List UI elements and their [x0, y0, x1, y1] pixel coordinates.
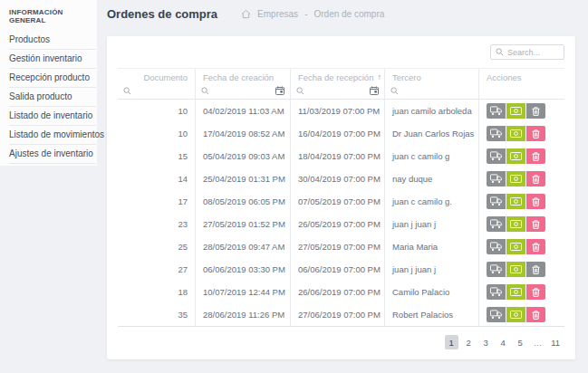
column-header-documento[interactable]: Documento: [118, 69, 195, 84]
cell-fecha-recepcion: 27/05/2019 07:00 PM: [290, 235, 384, 258]
action-button-group: [487, 148, 545, 164]
pagination-page[interactable]: 11: [548, 335, 563, 349]
truck-icon: [490, 242, 502, 252]
cell-fecha-recepcion: 30/04/2019 07:00 PM: [290, 167, 384, 190]
receive-truck-button[interactable]: [487, 262, 506, 277]
search-input[interactable]: [507, 48, 559, 57]
column-header-fecha-creacion[interactable]: Fecha de creación: [195, 69, 290, 84]
sidebar-item[interactable]: Productos: [9, 31, 96, 50]
cell-tercero: Camilo Palacio: [384, 281, 478, 303]
cell-acciones: [478, 235, 564, 258]
receive-truck-button[interactable]: [487, 194, 506, 209]
receive-truck-button[interactable]: [487, 216, 506, 232]
filter-fecha-recepcion[interactable]: [290, 84, 384, 100]
table-row: 10 17/04/2019 08:52 AM 16/04/2019 07:00 …: [118, 122, 564, 145]
payment-button[interactable]: [506, 262, 525, 277]
money-icon: [510, 288, 522, 296]
calendar-icon[interactable]: [275, 86, 284, 95]
sidebar-item[interactable]: Listado de movimientos: [9, 126, 96, 145]
delete-button[interactable]: [526, 148, 545, 164]
cell-tercero: juan j juan j: [384, 258, 478, 281]
payment-button[interactable]: [506, 148, 525, 164]
cell-fecha-creacion: 28/06/2019 11:26 PM: [195, 303, 290, 326]
search-icon: [201, 87, 209, 95]
truck-icon: [490, 287, 502, 297]
cell-acciones: [478, 167, 564, 190]
receive-truck-button[interactable]: [487, 307, 506, 322]
sidebar-item[interactable]: Salida producto: [9, 88, 96, 107]
cell-fecha-creacion: 17/04/2019 08:52 AM: [195, 122, 290, 145]
pagination-page: …: [531, 335, 545, 349]
filter-tercero[interactable]: [384, 84, 478, 100]
pagination-page[interactable]: 4: [496, 335, 510, 349]
cell-fecha-recepcion: 27/06/2019 07:00 PM: [290, 303, 384, 326]
search-icon: [123, 87, 131, 95]
pagination-page[interactable]: 5: [514, 335, 527, 349]
delete-button[interactable]: [526, 239, 545, 254]
cell-fecha-creacion: 28/05/2019 09:47 AM: [195, 235, 290, 258]
delete-button[interactable]: [526, 126, 545, 141]
truck-icon: [490, 129, 502, 139]
pagination-page[interactable]: 1: [445, 335, 458, 349]
table-row: 27 06/06/2019 03:30 PM 06/06/2019 07:00 …: [118, 258, 564, 281]
column-header-tercero[interactable]: Tercero: [384, 69, 478, 84]
cell-documento: 10: [118, 100, 195, 122]
delete-button: [526, 103, 545, 119]
payment-button[interactable]: [506, 103, 525, 119]
calendar-icon[interactable]: [370, 86, 379, 95]
pagination-page[interactable]: 2: [462, 335, 476, 349]
sidebar-title: INFORMACIÓN GENERAL: [9, 8, 96, 24]
sidebar-item[interactable]: Ajustes de inventario: [9, 145, 96, 164]
cell-tercero: juan j juan j: [384, 213, 478, 235]
filter-fecha-creacion[interactable]: [195, 84, 290, 100]
payment-button[interactable]: [506, 194, 525, 209]
payment-button[interactable]: [506, 284, 525, 300]
money-icon: [510, 129, 522, 138]
trash-icon: [532, 288, 540, 297]
delete-button[interactable]: [526, 194, 545, 209]
delete-button[interactable]: [526, 216, 545, 232]
payment-button[interactable]: [506, 239, 525, 254]
page-header: Ordenes de compra Empresas - Orden de co…: [107, 7, 575, 21]
table-filter-row: [118, 84, 564, 100]
cell-tercero: juan c camilo g: [384, 145, 478, 167]
delete-button[interactable]: [526, 284, 545, 300]
cell-fecha-creacion: 25/04/2019 01:31 PM: [195, 167, 290, 190]
receive-truck-button[interactable]: [487, 284, 506, 300]
receive-truck-button[interactable]: [487, 126, 506, 141]
breadcrumb: Empresas - Orden de compra: [241, 9, 384, 19]
home-icon[interactable]: [241, 9, 251, 19]
delete-button[interactable]: [526, 171, 545, 186]
action-button-group: [487, 239, 545, 254]
payment-button[interactable]: [506, 216, 525, 232]
cell-tercero: Robert Palacios: [384, 303, 478, 326]
cell-documento: 15: [118, 145, 195, 167]
payment-button[interactable]: [506, 307, 525, 322]
pagination-page[interactable]: 3: [479, 335, 493, 349]
table-row: 18 10/07/2019 12:44 PM 26/06/2019 07:00 …: [118, 281, 564, 303]
money-icon: [510, 265, 522, 273]
search-icon: [496, 48, 504, 56]
filter-documento[interactable]: [118, 84, 195, 100]
sidebar-item[interactable]: Recepción producto: [9, 69, 96, 88]
sidebar-item[interactable]: Gestión inventario: [9, 50, 96, 69]
cell-documento: 25: [118, 235, 195, 258]
action-button-group: [487, 103, 545, 119]
cell-fecha-recepcion: 26/06/2019 07:00 PM: [290, 281, 384, 303]
payment-button[interactable]: [506, 171, 525, 186]
sidebar-item-label: Listado de inventario: [9, 110, 92, 120]
sidebar-item[interactable]: Listado de inventario: [9, 107, 96, 126]
receive-truck-button[interactable]: [487, 239, 506, 254]
breadcrumb-root[interactable]: Empresas: [257, 9, 298, 19]
cell-documento: 23: [118, 213, 195, 235]
receive-truck-button[interactable]: [487, 103, 506, 119]
column-header-fecha-recepcion[interactable]: Fecha de recepción ↑: [290, 69, 384, 84]
table-header-row: Documento Fecha de creación Fecha de rec…: [118, 68, 564, 84]
cell-fecha-creacion: 06/06/2019 03:30 PM: [195, 258, 290, 281]
delete-button[interactable]: [526, 307, 545, 322]
receive-truck-button[interactable]: [487, 171, 506, 186]
sidebar: INFORMACIÓN GENERAL Productos Gestión in…: [0, 0, 97, 166]
receive-truck-button[interactable]: [487, 148, 506, 164]
pagination: 1 2 3 4 5 … 11: [118, 335, 564, 349]
payment-button[interactable]: [506, 126, 525, 141]
